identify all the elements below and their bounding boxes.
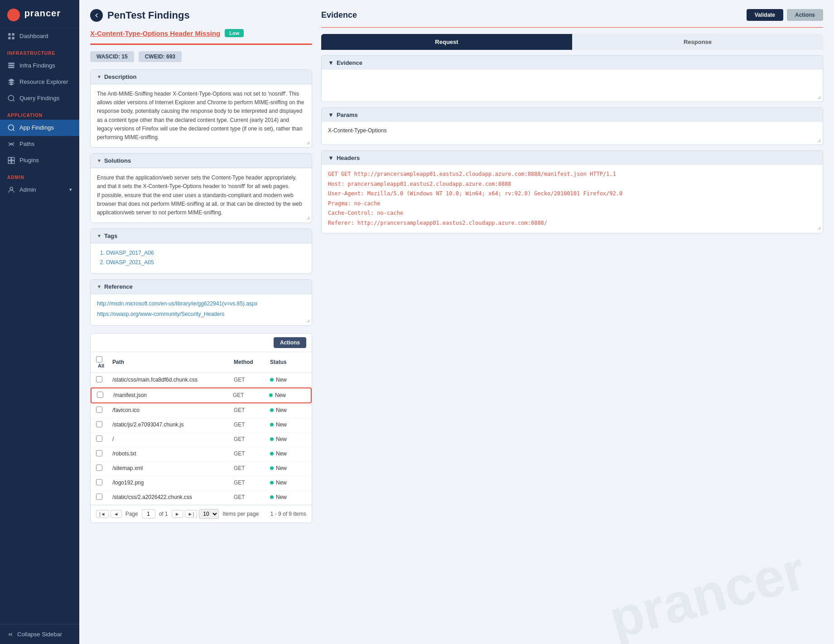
row5-path: /: [112, 436, 229, 442]
solutions-body: Ensure that the application/web server s…: [91, 168, 312, 223]
prev-page-button[interactable]: ◄: [111, 510, 122, 518]
resource-explorer-label: Resource Explorer: [19, 78, 68, 85]
evidence-header-row: Evidence Validate Actions: [321, 9, 823, 21]
reference-header[interactable]: ▼ Reference: [91, 280, 312, 294]
svg-rect-14: [12, 160, 14, 163]
cube-icon: [7, 78, 15, 86]
first-page-button[interactable]: |◄: [96, 510, 109, 518]
svg-rect-5: [8, 64, 14, 66]
checkbox-7[interactable]: [96, 465, 102, 471]
checkbox-5[interactable]: [96, 436, 102, 442]
application-section-label: Application: [0, 107, 79, 120]
sidebar-item-plugins[interactable]: Plugins: [0, 152, 79, 169]
params-triangle-icon: ▼: [328, 111, 334, 118]
status-text-2: New: [275, 392, 286, 398]
sidebar-item-paths[interactable]: Paths: [0, 136, 79, 152]
paths-actions-button[interactable]: Actions: [274, 337, 306, 348]
table-row[interactable]: /robots.txt GET New: [91, 447, 312, 461]
description-header[interactable]: ▼ Description: [91, 70, 312, 84]
sidebar-item-infra-findings[interactable]: Infra Findings: [0, 58, 79, 74]
headers-section-header[interactable]: ▼ Headers: [322, 151, 823, 165]
collapse-sidebar-button[interactable]: Collapse Sidebar: [0, 624, 79, 644]
page-title-row: PenTest Findings: [90, 9, 312, 22]
evidence-section-header[interactable]: ▼ Evidence: [322, 56, 823, 70]
tab-request[interactable]: Request: [321, 34, 572, 50]
plugins-label: Plugins: [19, 157, 39, 164]
header-get-full: GET http://prancersampleapp01.eastus2.cl…: [341, 171, 616, 177]
sidebar-item-dashboard[interactable]: Dashboard: [0, 28, 79, 44]
infra-findings-label: Infra Findings: [19, 62, 55, 69]
solutions-label: Solutions: [104, 157, 131, 164]
sidebar-item-query-findings[interactable]: Query Findings: [0, 90, 79, 107]
description-label: Description: [104, 73, 137, 80]
back-button[interactable]: [90, 9, 103, 22]
checkbox-1[interactable]: [96, 376, 102, 383]
checkbox-9[interactable]: [96, 494, 102, 500]
tags-header[interactable]: ▼ Tags: [91, 229, 312, 243]
table-row[interactable]: /logo192.png GET New: [91, 476, 312, 490]
severity-badge: Low: [225, 29, 244, 37]
params-section-header[interactable]: ▼ Params: [322, 108, 823, 122]
svg-line-10: [13, 129, 14, 131]
evidence-divider: [321, 27, 823, 28]
sidebar-item-admin[interactable]: Admin ▾: [0, 182, 79, 198]
status-dot-1: [270, 378, 274, 382]
description-body: The Anti-MIME-Sniffing header X-Content-…: [91, 84, 312, 147]
row8-path: /logo192.png: [112, 479, 229, 486]
th-status: Status: [270, 359, 306, 365]
sol-triangle-icon: ▼: [97, 158, 101, 163]
ref-triangle-icon: ▼: [97, 284, 101, 289]
checkbox-4[interactable]: [96, 421, 102, 427]
solutions-header[interactable]: ▼ Solutions: [91, 154, 312, 168]
evidence-section-body: ⊿: [322, 70, 823, 102]
svg-rect-1: [12, 33, 14, 35]
sidebar-item-resource-explorer[interactable]: Resource Explorer: [0, 74, 79, 90]
check-all-checkbox[interactable]: [96, 356, 102, 363]
query-findings-label: Query Findings: [19, 95, 59, 102]
last-page-button[interactable]: ►|: [185, 510, 198, 518]
svg-rect-3: [12, 37, 14, 39]
sidebar-item-app-findings[interactable]: App Findings: [0, 120, 79, 136]
evidence-actions-button[interactable]: Actions: [787, 9, 823, 21]
th-path: Path: [112, 359, 229, 365]
tags-list: OWASP_2017_A06 OWASP_2021_A05: [97, 249, 305, 267]
checkbox-2[interactable]: [97, 392, 103, 398]
th-all: All: [96, 356, 108, 369]
ref-link-1[interactable]: http://msdn.microsoft.com/en-us/library/…: [97, 300, 305, 308]
tab-response[interactable]: Response: [572, 34, 823, 50]
ev-resize-handle-1: ⊿: [817, 94, 821, 101]
sidebar: prancer Dashboard Infrastructure Infra F…: [0, 0, 79, 644]
params-section-body: X-Content-Type-Options ⊿: [322, 122, 823, 145]
next-page-button[interactable]: ►: [172, 510, 183, 518]
table-row[interactable]: / GET New: [91, 432, 312, 447]
status-text-1: New: [276, 377, 287, 383]
evidence-content-section: ▼ Evidence ⊿: [321, 55, 823, 102]
wascid-badge: WASCID: 15: [90, 51, 134, 62]
ref-link-2[interactable]: https://owasp.org/www-community/Security…: [97, 310, 305, 319]
table-row-selected[interactable]: /manifest.json GET New: [91, 387, 312, 403]
logo-area: prancer: [0, 0, 79, 28]
table-row[interactable]: /static/css/main.fca8df6d.chunk.css GET …: [91, 373, 312, 387]
validate-button[interactable]: Validate: [747, 9, 783, 21]
table-row[interactable]: /static/js/2.e7093047.chunk.js GET New: [91, 418, 312, 432]
checkbox-8[interactable]: [96, 479, 102, 485]
page-number-input[interactable]: [142, 509, 155, 518]
finding-title: X-Content-Type-Options Header Missing: [90, 29, 220, 37]
svg-rect-2: [8, 37, 10, 39]
reference-label: Reference: [104, 283, 133, 290]
table-row[interactable]: /static/css/2.a2026422.chunk.css GET New: [91, 490, 312, 505]
row1-check[interactable]: [96, 376, 108, 384]
table-icon: [7, 62, 15, 70]
items-per-page-select[interactable]: 10 25 50: [199, 509, 219, 519]
collapse-icon: [7, 631, 14, 638]
svg-rect-6: [8, 67, 14, 68]
table-row[interactable]: /favicon.ico GET New: [91, 403, 312, 418]
table-row[interactable]: /sitemap.xml GET New: [91, 461, 312, 476]
row2-check[interactable]: [97, 392, 109, 399]
solutions-text: Ensure that the application/web server s…: [97, 174, 302, 216]
checkbox-6[interactable]: [96, 450, 102, 456]
logo-text: prancer: [24, 8, 61, 18]
svg-point-7: [8, 95, 14, 101]
row2-method: GET: [233, 392, 265, 398]
checkbox-3[interactable]: [96, 407, 102, 413]
